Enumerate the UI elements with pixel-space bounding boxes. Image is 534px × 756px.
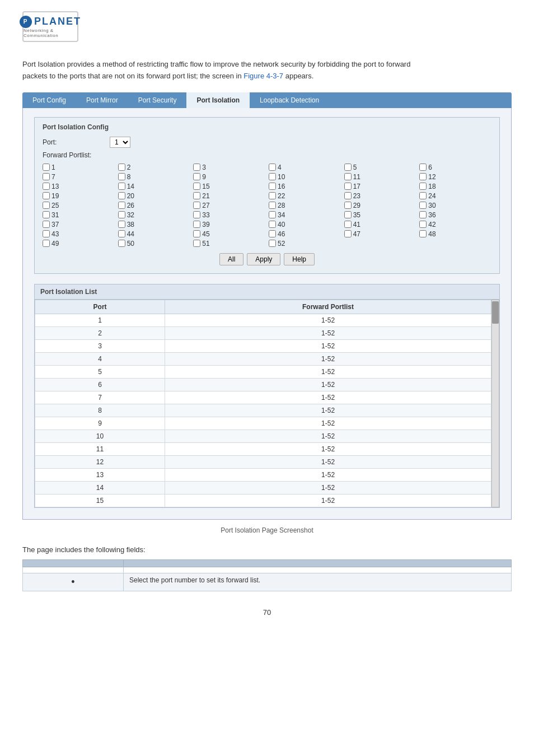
tab-port-isolation[interactable]: Port Isolation: [186, 92, 250, 108]
checkbox-label-9: 9: [202, 173, 206, 181]
apply-button[interactable]: Apply: [247, 253, 280, 265]
field-name-cell: [23, 567, 124, 573]
checkbox-label-26: 26: [127, 202, 134, 209]
port-cell: 9: [35, 417, 165, 430]
checkbox-label-21: 21: [202, 192, 209, 200]
checkbox-21[interactable]: [193, 192, 200, 199]
checkbox-31[interactable]: [43, 211, 50, 218]
tab-loopback-detection[interactable]: Loopback Detection: [250, 92, 329, 108]
checkbox-15[interactable]: [193, 183, 200, 190]
figure-link[interactable]: Figure 4-3-7: [243, 72, 283, 80]
checkbox-8[interactable]: [118, 173, 125, 180]
checkbox-1[interactable]: [43, 164, 50, 171]
scrollbar[interactable]: [491, 300, 499, 507]
checkbox-23[interactable]: [344, 192, 352, 199]
checkbox-3[interactable]: [193, 164, 200, 171]
checkbox-item-35: 35: [344, 211, 416, 219]
all-button[interactable]: All: [219, 253, 243, 265]
checkbox-32[interactable]: [118, 211, 125, 218]
table-row: 11-52: [35, 314, 491, 326]
table-row: 111-52: [35, 442, 491, 455]
checkbox-12[interactable]: [419, 173, 427, 180]
forward-cell: 1-52: [165, 494, 491, 507]
checkbox-6[interactable]: [419, 164, 427, 171]
checkbox-47[interactable]: [344, 230, 352, 237]
checkbox-39[interactable]: [193, 221, 200, 228]
port-cell: 14: [35, 481, 165, 494]
checkbox-item-44: 44: [118, 230, 190, 238]
checkbox-46[interactable]: [269, 230, 276, 237]
checkbox-28[interactable]: [269, 202, 276, 209]
table-row: 151-52: [35, 494, 491, 507]
checkbox-24[interactable]: [419, 192, 427, 199]
checkbox-26[interactable]: [118, 202, 125, 209]
checkbox-41[interactable]: [344, 221, 352, 228]
checkbox-label-20: 20: [127, 192, 134, 200]
checkbox-9[interactable]: [193, 173, 200, 180]
checkbox-22[interactable]: [269, 192, 276, 199]
list-section: Port Isolation List Port Forward Portlis…: [34, 284, 500, 508]
checkbox-51[interactable]: [193, 240, 200, 247]
checkbox-45[interactable]: [193, 230, 200, 237]
tab-port-config[interactable]: Port Config: [22, 92, 76, 108]
port-cell: 11: [35, 442, 165, 455]
intro-text2: packets to the ports that are not on its…: [22, 72, 243, 80]
checkbox-7[interactable]: [43, 173, 50, 180]
checkbox-item-27: 27: [193, 202, 265, 209]
checkbox-item-52: 52: [269, 240, 341, 248]
checkbox-16[interactable]: [269, 183, 276, 190]
checkbox-item-11: 11: [344, 173, 416, 181]
intro-text1: Port Isolation provides a method of rest…: [22, 60, 410, 68]
checkbox-11[interactable]: [344, 173, 352, 180]
checkbox-34[interactable]: [269, 211, 276, 218]
button-row: All Apply Help: [43, 253, 491, 265]
checkbox-48[interactable]: [419, 230, 427, 237]
checkbox-item-42: 42: [419, 221, 491, 228]
scrollbar-thumb[interactable]: [492, 301, 499, 324]
checkbox-49[interactable]: [43, 240, 50, 247]
checkbox-13[interactable]: [43, 183, 50, 190]
checkbox-25[interactable]: [43, 202, 50, 209]
tab-port-security[interactable]: Port Security: [128, 92, 187, 108]
checkbox-42[interactable]: [419, 221, 427, 228]
checkbox-52[interactable]: [269, 240, 276, 247]
checkbox-label-6: 6: [428, 164, 432, 171]
table-row: 141-52: [35, 481, 491, 494]
forward-cell: 1-52: [165, 378, 491, 391]
table-row: 31-52: [35, 339, 491, 352]
port-cell: 7: [35, 391, 165, 404]
checkbox-40[interactable]: [269, 221, 276, 228]
checkbox-18[interactable]: [419, 183, 427, 190]
checkbox-33[interactable]: [193, 211, 200, 218]
checkbox-label-44: 44: [127, 230, 134, 238]
checkbox-20[interactable]: [118, 192, 125, 199]
checkbox-label-5: 5: [353, 164, 357, 171]
checkbox-43[interactable]: [43, 230, 50, 237]
checkbox-17[interactable]: [344, 183, 352, 190]
help-button[interactable]: Help: [284, 253, 315, 265]
checkbox-19[interactable]: [43, 192, 50, 199]
checkbox-14[interactable]: [118, 183, 125, 190]
checkbox-27[interactable]: [193, 202, 200, 209]
table-row: 21-52: [35, 326, 491, 339]
checkbox-30[interactable]: [419, 202, 427, 209]
table-row: 51-52: [35, 365, 491, 378]
checkbox-4[interactable]: [269, 164, 276, 171]
checkbox-item-50: 50: [118, 240, 190, 248]
checkbox-5[interactable]: [344, 164, 352, 171]
checkbox-50[interactable]: [118, 240, 125, 247]
checkbox-label-30: 30: [428, 202, 435, 209]
checkbox-38[interactable]: [118, 221, 125, 228]
checkbox-2[interactable]: [118, 164, 125, 171]
checkbox-item-32: 32: [118, 211, 190, 219]
checkbox-29[interactable]: [344, 202, 352, 209]
port-select[interactable]: 1 2 3: [110, 137, 130, 148]
checkbox-37[interactable]: [43, 221, 50, 228]
checkbox-item-24: 24: [419, 192, 491, 200]
checkbox-44[interactable]: [118, 230, 125, 237]
checkbox-10[interactable]: [269, 173, 276, 180]
forward-cell: 1-52: [165, 455, 491, 468]
checkbox-35[interactable]: [344, 211, 352, 218]
checkbox-36[interactable]: [419, 211, 427, 218]
tab-port-mirror[interactable]: Port Mirror: [76, 92, 128, 108]
